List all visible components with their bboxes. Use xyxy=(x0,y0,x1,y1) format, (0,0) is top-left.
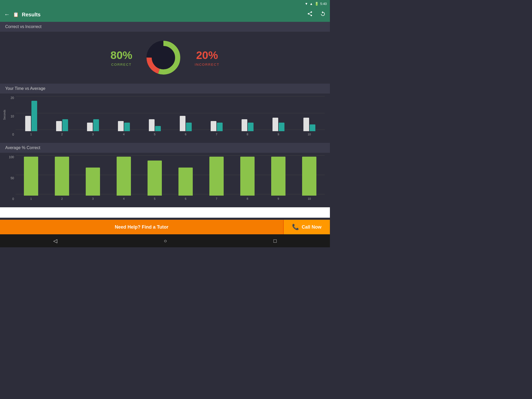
avg-bar-label: 2 xyxy=(61,197,63,200)
avg-bar-label: 3 xyxy=(92,197,94,200)
content-area: Correct vs Incorrect 80% CORRECT 20% INC… xyxy=(0,22,330,220)
nav-back-button[interactable]: ◁ xyxy=(53,238,57,244)
green-bar xyxy=(55,157,69,196)
avg-bar-group: 2 xyxy=(46,155,77,201)
white-bar xyxy=(56,121,62,131)
bar-group: 5 xyxy=(139,96,170,136)
wifi-icon: ▼ xyxy=(305,2,308,6)
teal-bar xyxy=(31,101,37,131)
avg-chart-section: 100 50 0 12345678910 xyxy=(0,153,330,207)
y-axis-title-time: Seconds xyxy=(3,110,6,120)
white-bar xyxy=(118,121,124,131)
avg-bars-area: 12345678910 xyxy=(16,155,325,201)
teal-bar xyxy=(93,119,99,131)
avg-bar-group: 8 xyxy=(232,155,263,201)
y-axis-avg: 100 50 0 xyxy=(5,155,16,201)
banner-text: Need Help? Find a Tutor xyxy=(0,224,283,230)
time-chart-section: 20 10 0 Seconds 12345678910 xyxy=(0,94,330,143)
green-bar xyxy=(302,157,316,196)
bar-label: 6 xyxy=(185,133,186,136)
correct-label: CORRECT xyxy=(110,63,132,66)
avg-bar-label: 5 xyxy=(154,197,155,200)
time-display: 5:40 xyxy=(320,2,327,6)
status-bar-icons: ▼ ▲ 🔋 5:40 xyxy=(305,2,327,6)
time-bars-area: 12345678910 xyxy=(16,96,325,136)
avg-bar-group: 6 xyxy=(170,155,201,201)
green-bar xyxy=(117,157,131,196)
svg-point-4 xyxy=(152,46,175,69)
battery-icon: 🔋 xyxy=(315,2,319,6)
green-bar xyxy=(209,157,224,196)
app-bar: ← 📋 Results xyxy=(0,7,330,22)
call-now-label: Call Now xyxy=(302,224,321,230)
bar-label: 3 xyxy=(92,133,94,136)
avg-bar-label: 4 xyxy=(123,197,124,200)
bar-group: 10 xyxy=(294,96,325,136)
avg-bar-group: 9 xyxy=(263,155,294,201)
bar-label: 2 xyxy=(61,133,63,136)
replay-button[interactable] xyxy=(320,11,326,18)
correct-vs-incorrect-header: Correct vs Incorrect xyxy=(0,22,330,32)
white-bar xyxy=(272,118,278,131)
green-bar xyxy=(240,157,255,196)
teal-bar xyxy=(279,123,284,131)
teal-bar xyxy=(310,124,315,131)
avg-bar-group: 4 xyxy=(108,155,139,201)
green-bar xyxy=(271,157,285,196)
back-button[interactable]: ← xyxy=(4,11,10,18)
teal-bar xyxy=(155,126,161,131)
incorrect-stat: 20% INCORRECT xyxy=(195,49,219,66)
avg-bar-group: 3 xyxy=(77,155,108,201)
bar-group: 9 xyxy=(263,96,294,136)
avg-bars-container: 12345678910 xyxy=(16,155,325,201)
bar-group: 2 xyxy=(46,96,77,136)
bar-group: 8 xyxy=(232,96,263,136)
nav-recent-button[interactable]: □ xyxy=(274,238,277,244)
white-bar xyxy=(180,116,185,131)
avg-bar-label: 1 xyxy=(30,197,32,200)
call-now-button[interactable]: 📞 Call Now xyxy=(283,220,330,234)
bar-group: 3 xyxy=(77,96,108,136)
green-bar xyxy=(24,157,38,196)
bar-label: 5 xyxy=(154,133,155,136)
avg-bar-label: 6 xyxy=(185,197,186,200)
status-bar: ▼ ▲ 🔋 5:40 xyxy=(0,0,330,7)
white-bar xyxy=(87,123,93,131)
correct-stat: 80% CORRECT xyxy=(110,49,132,66)
results-icon: 📋 xyxy=(13,12,19,17)
white-bar xyxy=(211,121,216,131)
white-bar xyxy=(242,119,247,131)
signal-icon: ▲ xyxy=(310,2,313,6)
page-title: Results xyxy=(22,12,304,18)
incorrect-label: INCORRECT xyxy=(195,63,219,66)
green-bar xyxy=(178,168,193,196)
white-bar xyxy=(303,118,309,131)
avg-bar-group: 1 xyxy=(16,155,46,201)
green-bar xyxy=(86,168,100,196)
avg-bar-label: 10 xyxy=(308,197,311,200)
bar-label: 10 xyxy=(308,133,311,136)
green-bar xyxy=(148,161,162,196)
donut-chart xyxy=(143,37,184,78)
teal-bar xyxy=(248,123,254,131)
share-button[interactable] xyxy=(307,11,313,18)
phone-icon: 📞 xyxy=(292,224,299,230)
avg-bar-group: 7 xyxy=(201,155,232,201)
white-bar xyxy=(149,119,155,131)
y-axis-time: 20 10 0 xyxy=(5,96,16,136)
bar-label: 8 xyxy=(247,133,248,136)
spacer xyxy=(0,207,330,218)
time-bars-container: 12345678910 xyxy=(16,96,325,136)
correct-percent: 80% xyxy=(110,49,132,62)
donut-chart-section: 80% CORRECT 20% INCORRECT xyxy=(0,32,330,84)
time-bar-chart: 20 10 0 Seconds 12345678910 xyxy=(5,96,325,143)
bar-label: 9 xyxy=(277,133,279,136)
time-vs-average-header: Your Time vs Average xyxy=(0,84,330,94)
nav-home-button[interactable]: ○ xyxy=(164,238,167,244)
avg-bar-label: 7 xyxy=(216,197,217,200)
avg-bar-label: 9 xyxy=(277,197,279,200)
bar-group: 1 xyxy=(16,96,46,136)
teal-bar xyxy=(217,123,223,131)
bar-label: 7 xyxy=(216,133,217,136)
avg-bar-label: 8 xyxy=(247,197,248,200)
